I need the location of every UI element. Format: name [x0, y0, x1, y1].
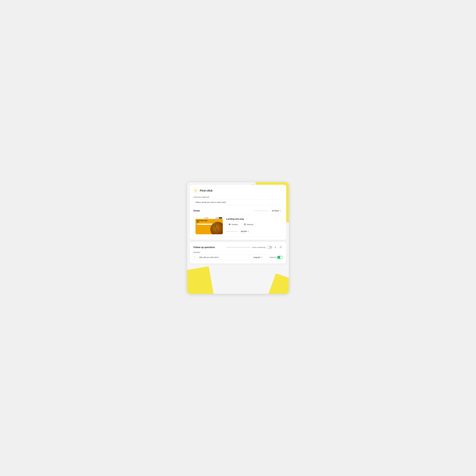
followup-divider: [226, 247, 251, 248]
type-dropdown-value: Long text: [253, 256, 260, 258]
followup-title: Follow up questions: [193, 246, 215, 249]
design-label: Design: [193, 210, 200, 212]
type-dropdown[interactable]: Long text ▾: [251, 255, 268, 260]
dpi-row: Std-DPI ▾: [226, 229, 281, 234]
card-title: First click: [200, 189, 213, 192]
card-header: First click ···: [193, 188, 283, 193]
preview-button-label: Preview: [232, 223, 238, 225]
deco-yellow-bottom-left: [187, 266, 215, 294]
image-info: Landing-wire.png Preview Rem: [226, 218, 281, 234]
remove-button[interactable]: Remove: [242, 222, 256, 227]
followup-controls: Show conditionally ⧉: [226, 245, 283, 249]
required-group: Required: [270, 256, 283, 259]
svg-rect-6: [280, 247, 281, 248]
ue-bowl: [210, 222, 223, 234]
main-card: First click ··· Instruction (optional) D…: [190, 185, 286, 240]
trash-icon-2: [280, 246, 282, 248]
trash-icon: [244, 223, 246, 226]
instruction-input[interactable]: [193, 199, 283, 205]
svg-rect-2: [244, 224, 246, 225]
image-preview: ≡ Uber Eats Log in Sign up Order food to…: [195, 217, 223, 234]
frame-dropdown-value: No frame: [272, 210, 279, 212]
show-conditionally-toggle[interactable]: [267, 246, 272, 249]
type-dropdown-chevron: ▾: [261, 256, 262, 258]
dpi-divider: [226, 231, 237, 232]
question-row: ⠿ Long text ▾ Required: [193, 255, 283, 260]
card-header-left: First click: [193, 188, 213, 193]
cards-container: First click ··· Instruction (optional) D…: [190, 185, 286, 264]
frame-dropdown[interactable]: No frame ▾: [270, 209, 283, 213]
more-options-button[interactable]: ···: [280, 189, 283, 192]
dpi-value: Std-DPI: [241, 230, 247, 232]
question-input[interactable]: [197, 255, 250, 260]
ue-location-text: Enter delivery address: [198, 224, 203, 224]
copy-icon: ⧉: [275, 246, 276, 248]
copy-question-button[interactable]: ⧉: [273, 245, 277, 249]
ue-nav-right: Log in Sign up: [216, 217, 222, 219]
followup-card: Follow up questions Show conditionally ⧉: [190, 242, 286, 264]
instruction-label: Instruction (optional): [193, 196, 283, 198]
delete-question-button[interactable]: [279, 245, 283, 249]
ue-login-btn: Log in: [216, 217, 219, 219]
ue-hamburger-icon: ≡: [196, 218, 197, 219]
outer-background: First click ··· Instruction (optional) D…: [187, 182, 289, 294]
question-section-label: Question: [193, 251, 283, 253]
ue-food-area: [208, 222, 223, 234]
required-label: Required: [270, 256, 276, 258]
uber-eats-mock: ≡ Uber Eats Log in Sign up Order food to…: [195, 217, 223, 234]
show-conditionally-label: Show conditionally: [252, 246, 266, 248]
dpi-chevron: ▾: [248, 231, 249, 232]
design-divider: [254, 210, 269, 211]
eye-icon: [229, 223, 231, 226]
frame-dropdown-chevron: ▾: [280, 210, 281, 212]
design-row-right: No frame ▾: [254, 209, 283, 213]
ue-nav: ≡ Uber Eats Log in Sign up: [195, 217, 223, 219]
design-row: Design No frame ▾: [193, 209, 283, 213]
first-click-icon-badge: [193, 188, 198, 193]
deco-yellow-bottom-right: [268, 273, 289, 294]
remove-button-label: Remove: [247, 223, 253, 225]
ue-logo: Uber Eats: [204, 218, 208, 219]
ue-location-dot: [197, 224, 198, 224]
svg-point-1: [229, 224, 230, 225]
image-filename: Landing-wire.png: [226, 218, 281, 220]
drag-handle[interactable]: ⠿: [193, 256, 196, 259]
required-toggle[interactable]: [277, 256, 283, 259]
image-card: ≡ Uber Eats Log in Sign up Order food to…: [193, 215, 283, 236]
image-actions: Preview Remove: [226, 222, 281, 227]
followup-header: Follow up questions Show conditionally ⧉: [193, 245, 283, 249]
preview-button[interactable]: Preview: [226, 222, 240, 227]
ue-signup-btn: Sign up: [219, 217, 222, 219]
dpi-dropdown[interactable]: Std-DPI ▾: [239, 229, 250, 234]
cursor-icon: [194, 189, 197, 192]
